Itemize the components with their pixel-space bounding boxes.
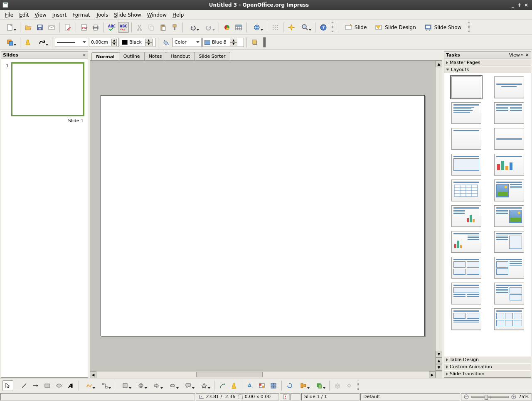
from-file-tool[interactable]: [256, 380, 267, 391]
area-fill-button[interactable]: [161, 37, 172, 48]
edit-file-button[interactable]: [62, 22, 73, 33]
layout-title-object[interactable]: [451, 154, 481, 175]
undo-button[interactable]: [185, 22, 200, 33]
paste-button[interactable]: [158, 22, 168, 33]
hyperlink-button[interactable]: [249, 22, 264, 33]
layout-title-object-2text[interactable]: [451, 283, 481, 304]
layout-title-content[interactable]: [451, 102, 481, 124]
scroll-right-icon[interactable]: ▶: [429, 371, 436, 378]
fontwork-tool[interactable]: A: [245, 380, 256, 391]
accordion-table-design[interactable]: Table Design: [444, 356, 531, 363]
layout-title-table[interactable]: [451, 180, 481, 201]
slide-thumb-1[interactable]: 1 Slide 1: [5, 62, 84, 123]
slides-panel-close-icon[interactable]: ✕: [83, 53, 86, 57]
layout-title[interactable]: [494, 76, 524, 98]
layout-title-text-2objects[interactable]: [451, 308, 481, 330]
text-tool[interactable]: A: [65, 380, 76, 391]
tab-slide-sorter[interactable]: Slide Sorter: [194, 52, 230, 60]
line-endings-button[interactable]: [34, 37, 49, 48]
zoom-button[interactable]: [298, 22, 313, 33]
line-style-combo[interactable]: [55, 38, 88, 47]
slide-design-button[interactable]: Slide Design: [371, 22, 420, 33]
email-button[interactable]: [46, 22, 57, 33]
symbol-shapes-tool[interactable]: [133, 380, 148, 391]
gluepoints-tool[interactable]: [229, 380, 239, 391]
auto-spellcheck-button[interactable]: ABC: [118, 22, 129, 33]
shadow-button[interactable]: [249, 37, 260, 48]
zoom-slider[interactable]: 75%: [461, 393, 532, 401]
accordion-custom-animation[interactable]: Custom Animation: [444, 363, 531, 370]
arrow-tool[interactable]: [30, 380, 41, 391]
menu-edit[interactable]: Edit: [17, 11, 31, 19]
connector-tool[interactable]: [97, 380, 112, 391]
toolbar-end-grip[interactable]: [263, 37, 266, 47]
print-button[interactable]: [90, 22, 101, 33]
toolbar-grip-3[interactable]: [357, 381, 359, 391]
interaction-tool[interactable]: [344, 380, 355, 391]
tab-outline[interactable]: Outline: [119, 52, 145, 60]
prev-slide-icon[interactable]: ▲: [436, 357, 442, 364]
tab-notes[interactable]: Notes: [144, 52, 167, 60]
layout-title-2text-object[interactable]: [494, 257, 524, 278]
grid-button[interactable]: [270, 22, 281, 33]
glue-points-button[interactable]: [23, 37, 34, 48]
hscroll-thumb[interactable]: [196, 372, 263, 377]
layout-title-text-object[interactable]: [494, 231, 524, 253]
layout-title-chart[interactable]: [494, 154, 524, 175]
slide-button[interactable]: Slide: [341, 22, 370, 33]
points-edit-tool[interactable]: [217, 380, 228, 391]
slide-canvas[interactable]: [101, 95, 425, 336]
fill-color-combo[interactable]: Blue 8▲▼: [202, 38, 244, 47]
spellcheck-button[interactable]: ABC: [106, 22, 117, 33]
flowchart-tool[interactable]: [165, 380, 180, 391]
layout-title-text-clipart[interactable]: [494, 205, 524, 227]
rotate-tool[interactable]: [284, 380, 295, 391]
accordion-layouts[interactable]: Layouts: [444, 66, 531, 73]
menu-insert[interactable]: Insert: [50, 11, 69, 19]
stars-tool[interactable]: [197, 380, 212, 391]
line-color-combo[interactable]: Black▲▼: [120, 38, 155, 47]
scroll-up-icon[interactable]: ▲: [436, 61, 442, 67]
block-arrows-tool[interactable]: [149, 380, 164, 391]
zoom-value[interactable]: 75%: [519, 394, 529, 399]
layout-four-objects[interactable]: [451, 257, 481, 278]
arrange-button[interactable]: [2, 37, 17, 48]
next-slide-icon[interactable]: ▼: [436, 364, 442, 371]
copy-button[interactable]: [146, 22, 157, 33]
save-button[interactable]: [34, 22, 45, 33]
select-tool[interactable]: [2, 380, 13, 391]
menu-tools[interactable]: Tools: [94, 11, 111, 19]
cut-button[interactable]: [134, 22, 145, 33]
toolbar-grip[interactable]: [332, 22, 333, 32]
align-tool[interactable]: [296, 380, 311, 391]
scroll-left-icon[interactable]: ◀: [90, 371, 96, 378]
layout-title-chart-text[interactable]: [451, 231, 481, 253]
menu-help[interactable]: Help: [170, 11, 186, 19]
zoom-out-icon[interactable]: [464, 394, 469, 399]
layout-centered-text[interactable]: [494, 128, 524, 150]
slides-list[interactable]: 1 Slide 1: [1, 59, 88, 377]
gallery-tool[interactable]: [268, 380, 279, 391]
fill-mode-combo[interactable]: Color: [172, 38, 202, 47]
slide-thumbnail[interactable]: [11, 62, 84, 116]
export-pdf-button[interactable]: PDF: [79, 22, 89, 33]
chart-button[interactable]: [222, 22, 232, 33]
layouts-grid[interactable]: [444, 73, 531, 356]
line-width-field[interactable]: 0.00cm▲▼: [89, 38, 119, 47]
help-button[interactable]: ?: [318, 22, 329, 33]
layout-title-text-chart[interactable]: [451, 205, 481, 227]
minimize-button[interactable]: _: [510, 2, 516, 8]
callout-tool[interactable]: [181, 380, 196, 391]
menu-view[interactable]: View: [32, 11, 49, 19]
close-button[interactable]: ×: [523, 2, 530, 8]
redo-button[interactable]: [201, 22, 216, 33]
zoom-in-icon[interactable]: [511, 394, 516, 399]
layout-two-content[interactable]: [494, 102, 524, 124]
tab-handout[interactable]: Handout: [166, 52, 195, 60]
horizontal-scrollbar[interactable]: ◀ ▶: [90, 371, 436, 378]
scroll-down-icon[interactable]: ▼: [436, 351, 442, 357]
menu-file[interactable]: File: [2, 11, 16, 19]
ellipse-tool[interactable]: [54, 380, 64, 391]
slide-show-button[interactable]: Slide Show: [421, 22, 465, 33]
rectangle-tool[interactable]: [42, 380, 53, 391]
